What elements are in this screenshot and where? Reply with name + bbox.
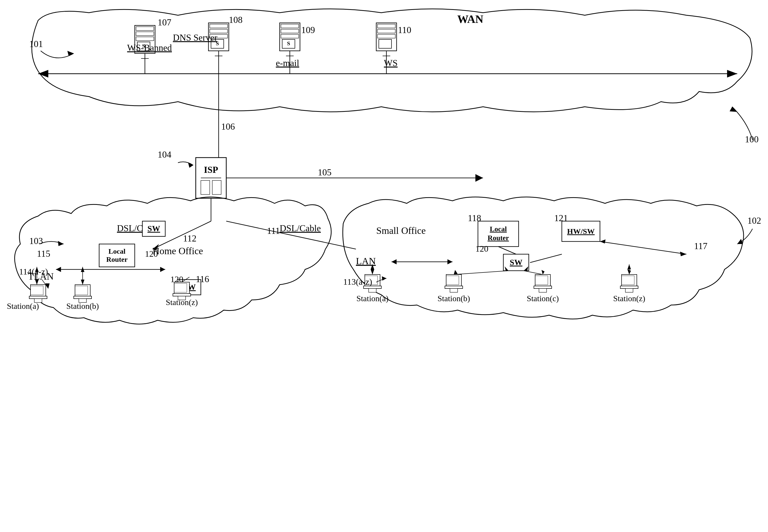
lan-label: LAN — [356, 256, 376, 266]
ref-107: 107 — [158, 17, 171, 27]
hwsw-label: HW/SW — [567, 227, 595, 235]
svg-line-86 — [498, 247, 516, 254]
small-office-label: Small Office — [376, 225, 426, 236]
svg-marker-80 — [391, 259, 397, 264]
station-b-right-label: Station(b) — [438, 294, 470, 303]
svg-marker-117 — [382, 276, 386, 281]
ref-114: 114(a-z) — [19, 267, 48, 277]
svg-marker-116 — [627, 269, 631, 275]
ref-110: 110 — [398, 25, 411, 35]
station-z-right-label: Station(z) — [613, 294, 645, 303]
station-c-right-label: Station(c) — [527, 294, 559, 303]
svg-marker-110 — [454, 270, 458, 275]
svg-marker-81 — [447, 259, 453, 264]
station-b-left-label: Station(b) — [66, 301, 99, 311]
dns-server-label: DNS Server — [173, 33, 217, 43]
svg-rect-100 — [534, 286, 552, 288]
svg-line-88 — [600, 241, 686, 254]
email-label: e-mail — [276, 58, 299, 68]
svg-marker-48 — [475, 174, 483, 182]
svg-rect-31 — [379, 39, 391, 48]
svg-marker-74 — [81, 280, 84, 285]
svg-marker-113 — [541, 270, 545, 275]
ref-101: 101 — [29, 39, 43, 49]
svg-rect-104 — [620, 286, 638, 288]
isp-label: ISP — [204, 165, 218, 175]
svg-line-108 — [454, 271, 508, 275]
ref-121: 121 — [554, 213, 568, 223]
home-office-label: Home Office — [153, 246, 203, 256]
svg-rect-56 — [31, 285, 46, 296]
ref-108: 108 — [229, 15, 243, 25]
svg-marker-77 — [160, 267, 165, 272]
ws-banned-label: WS-Banned — [127, 43, 172, 53]
svg-marker-1 — [38, 70, 48, 78]
station-a-right-label: Station(a) — [356, 294, 388, 303]
ref-113: 113(a-z) — [343, 277, 372, 287]
svg-rect-95 — [446, 275, 461, 286]
dsl-cable-right-label: DSL/Cable — [280, 223, 321, 233]
svg-rect-93 — [369, 288, 376, 292]
svg-marker-71 — [35, 280, 39, 285]
svg-marker-89 — [680, 252, 686, 256]
svg-rect-57 — [29, 296, 47, 299]
svg-rect-64 — [174, 282, 189, 294]
local-router-right-label1: Local — [490, 225, 507, 233]
local-router-left-label2: Router — [106, 255, 128, 263]
svg-rect-97 — [450, 288, 458, 292]
svg-rect-43 — [201, 180, 210, 194]
svg-rect-99 — [535, 275, 550, 286]
ref-112: 112 — [183, 233, 197, 244]
sw-left-top-label: SW — [147, 224, 160, 233]
ref-120c: 120 — [475, 244, 488, 253]
svg-text:S: S — [287, 40, 290, 47]
svg-rect-101 — [539, 288, 547, 292]
svg-rect-44 — [212, 180, 221, 194]
svg-rect-105 — [625, 288, 633, 292]
svg-rect-65 — [173, 294, 191, 296]
svg-rect-61 — [74, 296, 92, 299]
ref-104: 104 — [158, 149, 171, 160]
local-router-left-label: Local — [109, 247, 126, 255]
wan-label: WAN — [457, 13, 484, 25]
svg-rect-60 — [75, 285, 90, 296]
ref-102: 102 — [747, 216, 761, 226]
svg-marker-120 — [371, 269, 374, 275]
ref-100: 100 — [745, 134, 759, 144]
svg-rect-96 — [445, 286, 463, 288]
svg-marker-90 — [600, 239, 606, 244]
station-a-left-label: Station(a) — [7, 301, 39, 311]
ref-111: 111 — [267, 226, 280, 236]
ref-115: 115 — [37, 249, 50, 259]
ref-116: 116 — [196, 274, 209, 284]
ws-label: WS — [384, 58, 398, 68]
ref-117: 117 — [694, 241, 707, 251]
ref-120a: 120 — [145, 249, 158, 259]
ref-105: 105 — [318, 167, 332, 177]
svg-marker-115 — [627, 264, 631, 269]
svg-rect-103 — [622, 275, 637, 286]
local-router-right-label2: Router — [488, 234, 509, 242]
station-z-left-label: Station(z) — [166, 298, 198, 307]
ref-103: 103 — [29, 236, 43, 246]
sw-right-label: SW — [510, 258, 522, 267]
svg-marker-2 — [727, 70, 737, 78]
svg-marker-78 — [56, 267, 61, 272]
ref-118: 118 — [468, 213, 481, 223]
ref-106: 106 — [221, 121, 235, 132]
svg-line-87 — [530, 254, 562, 263]
ref-109: 109 — [301, 25, 315, 35]
